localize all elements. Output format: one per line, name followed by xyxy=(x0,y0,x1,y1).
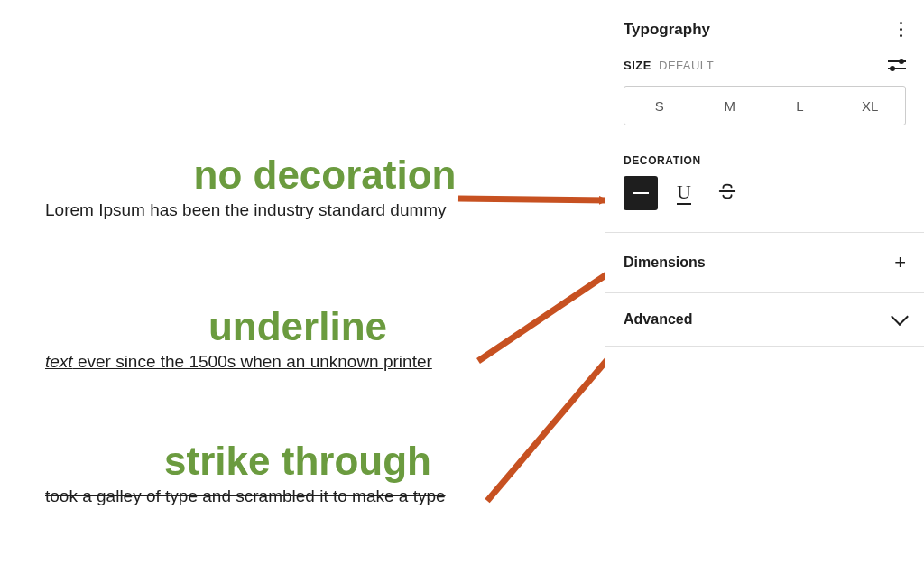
dimensions-title: Dimensions xyxy=(624,255,706,271)
decoration-label: DECORATION xyxy=(605,142,924,176)
chevron-down-icon xyxy=(893,316,906,323)
size-m-button[interactable]: M xyxy=(695,87,765,125)
example-no-decoration: no decoration Lorem Ipsum has been the i… xyxy=(45,153,550,220)
plus-icon: + xyxy=(894,251,906,274)
sample-text-underline-italic: text xyxy=(45,352,73,371)
sample-text-no-decoration: Lorem Ipsum has been the industry standa… xyxy=(45,200,550,220)
typography-title: Typography xyxy=(624,21,710,39)
size-label: SIZE DEFAULT xyxy=(624,57,714,73)
size-label-text: SIZE xyxy=(624,59,651,72)
size-l-button[interactable]: L xyxy=(765,87,836,125)
typography-header: Typography xyxy=(605,0,924,51)
heading-underline: underline xyxy=(45,305,550,348)
decoration-underline-button[interactable]: U xyxy=(667,176,701,210)
advanced-title: Advanced xyxy=(624,311,692,328)
editor-canvas: no decoration Lorem Ipsum has been the i… xyxy=(0,0,605,574)
block-settings-sidebar: Typography SIZE DEFAULT S M L XL DECORAT… xyxy=(605,0,924,574)
sample-text-underline: text ever since the 1500s when an unknow… xyxy=(45,352,550,372)
sample-text-underline-rest: ever since the 1500s when an unknown pri… xyxy=(73,352,432,371)
size-label-row: SIZE DEFAULT xyxy=(605,51,924,82)
decoration-strikethrough-button[interactable] xyxy=(710,176,744,210)
heading-strike: strike through xyxy=(45,440,550,483)
minus-icon xyxy=(633,192,649,194)
dimensions-panel-toggle[interactable]: Dimensions + xyxy=(605,233,924,293)
size-s-button[interactable]: S xyxy=(624,87,695,125)
size-xl-button[interactable]: XL xyxy=(835,87,905,125)
sample-text-strike: took a galley of type and scrambled it t… xyxy=(45,486,550,506)
decoration-none-button[interactable] xyxy=(624,176,658,210)
size-button-group: S M L XL xyxy=(624,86,906,125)
typography-options-button[interactable] xyxy=(896,16,906,42)
underline-icon: U xyxy=(677,182,691,205)
decoration-button-group: U xyxy=(605,176,924,232)
example-underline: underline text ever since the 1500s when… xyxy=(45,305,550,372)
heading-no-decoration: no decoration xyxy=(45,153,550,197)
size-default-text: DEFAULT xyxy=(655,59,714,72)
example-strike: strike through took a galley of type and… xyxy=(45,440,550,506)
size-custom-toggle[interactable] xyxy=(888,58,906,72)
typography-panel: Typography SIZE DEFAULT S M L XL DECORAT… xyxy=(605,0,924,233)
strikethrough-icon xyxy=(717,181,737,206)
advanced-panel-toggle[interactable]: Advanced xyxy=(605,293,924,347)
